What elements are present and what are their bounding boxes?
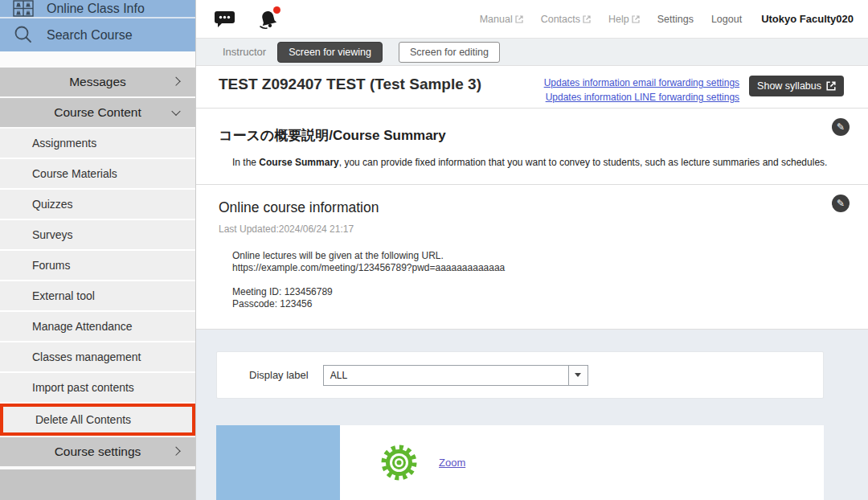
external-link-icon — [583, 15, 591, 23]
screen-for-editing-button[interactable]: Screen for editing — [399, 42, 500, 63]
notification-dot — [273, 6, 280, 14]
menu-manual[interactable]: Manual — [480, 14, 523, 25]
sidebar-item-search-course[interactable]: Search Course — [0, 18, 195, 51]
menu-settings[interactable]: Settings — [657, 14, 694, 25]
sidebar-item-course-materials[interactable]: Course Materials — [0, 159, 195, 190]
gear-icon — [380, 444, 418, 482]
role-label: Instructor — [223, 46, 266, 58]
pencil-icon: ✎ — [837, 198, 845, 209]
summary-description: In the Course Summary, you can provide f… — [232, 157, 845, 168]
online-course-info-section: Online course information ✎ Last Updated… — [196, 185, 868, 330]
edit-online-info-button[interactable]: ✎ — [832, 195, 850, 212]
email-forwarding-link[interactable]: Updates information email forwarding set… — [544, 77, 739, 88]
meeting-url: https://example.com/meeting/123456789?pw… — [232, 262, 845, 274]
meeting-id: Meeting ID: 123456789 — [232, 286, 845, 298]
course-summary-section: コースの概要説明/Course Summary ✎ In the Course … — [196, 109, 868, 185]
sidebar-item-import-past-contents[interactable]: Import past contents — [0, 373, 195, 404]
sidebar-section-label: Course Content — [54, 105, 141, 120]
sidebar-section-course-settings[interactable]: Course settings — [0, 437, 195, 466]
display-label-select[interactable]: ALL — [323, 365, 588, 386]
sidebar-item-label: Surveys — [32, 228, 73, 241]
sidebar-item-assignments[interactable]: Assignments — [0, 129, 195, 159]
sidebar-item-manage-attendance[interactable]: Manage Attendance — [0, 312, 195, 342]
sidebar-item-label: Delete All Contents — [35, 413, 131, 426]
sidebar-section-messages[interactable]: Messages — [0, 68, 195, 96]
search-icon — [13, 25, 34, 46]
menu-label: Help — [608, 14, 629, 25]
sidebar-item-quizzes[interactable]: Quizzes — [0, 190, 195, 220]
sidebar-item-label: Online Class Info — [47, 2, 145, 16]
chevron-down-icon — [171, 107, 180, 116]
screen-for-viewing-button[interactable]: Screen for viewing — [277, 42, 383, 63]
sidebar-item-online-class-info[interactable]: Online Class Info — [0, 0, 195, 18]
menu-label: Contacts — [541, 14, 580, 25]
sidebar-item-external-tool[interactable]: External tool — [0, 281, 195, 312]
menu-label: Manual — [480, 14, 513, 25]
bell-icon[interactable] — [258, 9, 279, 30]
external-link-icon — [632, 15, 640, 23]
sidebar-item-forums[interactable]: Forums — [0, 251, 195, 281]
external-link-icon — [826, 81, 836, 91]
section-heading: Online course information — [219, 199, 845, 216]
dropdown-arrow-icon[interactable] — [568, 366, 588, 385]
sidebar-item-delete-all-contents[interactable]: Delete All Contents — [0, 404, 195, 436]
online-info-body: Online lectures will be given at the fol… — [232, 250, 845, 310]
content-row: Zoom — [216, 425, 824, 500]
sidebar-footer — [0, 469, 195, 500]
zoom-tool-link[interactable]: Zoom — [439, 457, 465, 469]
last-updated: Last Updated:2024/06/24 21:17 — [219, 223, 845, 235]
menu-label: Logout — [711, 14, 742, 25]
sidebar-item-label: Course Materials — [32, 167, 117, 180]
display-label-text: Display label — [249, 369, 309, 381]
chat-icon[interactable] — [214, 10, 235, 28]
sidebar-item-label: Classes management — [32, 350, 141, 363]
button-label: Show syllabus — [757, 80, 821, 92]
sidebar-section-label: Course settings — [55, 445, 141, 459]
sidebar-item-label: Manage Attendance — [32, 320, 133, 333]
sidebar-item-surveys[interactable]: Surveys — [0, 220, 195, 251]
display-label-card: Display label ALL — [216, 351, 824, 399]
menu-logout[interactable]: Logout — [711, 14, 742, 25]
page-title: TEST Z092407 TEST (Test Sample 3) — [219, 76, 481, 93]
menu-label: Settings — [657, 14, 694, 25]
external-link-icon — [515, 15, 523, 23]
sidebar-item-label: Assignments — [32, 137, 96, 150]
main-area: Manual Contacts Help Settings Logout Uto… — [196, 0, 868, 500]
section-heading: コースの概要説明/Course Summary — [219, 126, 845, 145]
sidebar-item-label: External tool — [32, 289, 95, 302]
content-thumbnail — [216, 425, 340, 500]
sidebar: Online Class Info Search Course Messages… — [0, 0, 196, 500]
sidebar-section-label: Messages — [69, 75, 126, 89]
line-forwarding-link[interactable]: Updates information LINE forwarding sett… — [544, 92, 739, 103]
menu-contacts[interactable]: Contacts — [541, 14, 591, 25]
menu-help[interactable]: Help — [608, 14, 640, 25]
sidebar-item-label: Quizzes — [32, 198, 73, 211]
chevron-right-icon — [171, 77, 180, 86]
sidebar-section-course-content[interactable]: Course Content — [0, 98, 195, 127]
edit-summary-button[interactable]: ✎ — [832, 118, 850, 136]
show-syllabus-button[interactable]: Show syllabus — [749, 76, 844, 96]
sidebar-gap — [0, 51, 195, 68]
body-line: Online lectures will be given at the fol… — [232, 250, 845, 262]
pencil-icon: ✎ — [837, 121, 845, 133]
top-bar: Manual Contacts Help Settings Logout Uto… — [196, 0, 868, 39]
sidebar-item-classes-management[interactable]: Classes management — [0, 342, 195, 373]
select-value: ALL — [324, 366, 568, 385]
view-toolbar: Instructor Screen for viewing Screen for… — [196, 39, 868, 66]
chevron-right-icon — [171, 447, 180, 456]
course-header: TEST Z092407 TEST (Test Sample 3) Update… — [196, 66, 868, 109]
user-name: Utokyo Faculty020 — [761, 13, 854, 25]
sidebar-item-label: Forums — [32, 259, 70, 272]
sidebar-item-label: Search Course — [47, 28, 133, 43]
classroom-icon — [13, 0, 34, 17]
sidebar-item-label: Import past contents — [32, 381, 134, 394]
passcode: Passcode: 123456 — [232, 298, 845, 310]
forwarding-links: Updates information email forwarding set… — [544, 76, 739, 103]
